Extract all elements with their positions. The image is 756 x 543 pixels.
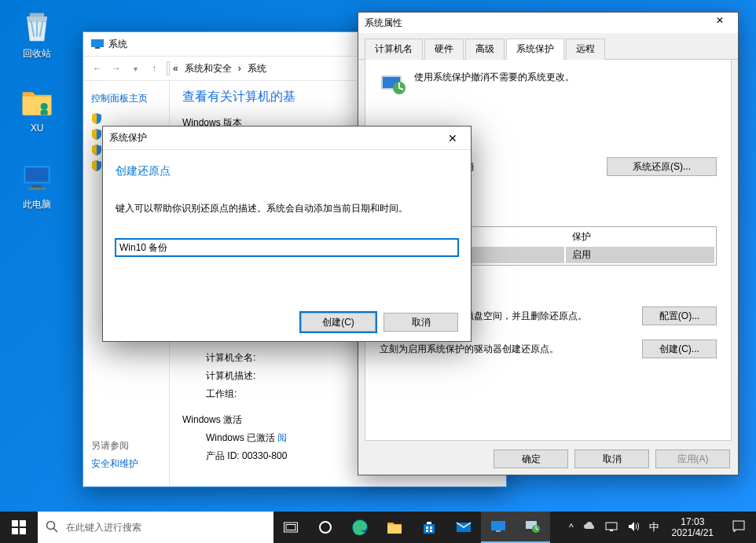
svg-point-1 (41, 103, 48, 110)
svg-rect-5 (33, 185, 42, 188)
svg-rect-27 (430, 530, 432, 532)
crumb-item[interactable]: 系统和安全 (185, 62, 232, 75)
crumb-sep: › (238, 63, 241, 74)
tab-remote[interactable]: 远程 (566, 39, 605, 60)
shield-icon (91, 113, 102, 124)
svg-rect-14 (12, 520, 18, 526)
start-button[interactable] (0, 512, 38, 543)
ime-indicator[interactable]: 中 (644, 520, 664, 534)
shield-icon (91, 160, 102, 171)
tab-computer-name[interactable]: 计算机名 (365, 39, 423, 60)
close-button[interactable]: ✕ (708, 15, 732, 31)
restore-point-description-input[interactable] (116, 239, 458, 256)
taskbar: 在此键入进行搜索 ^ 中 17:03 2021/4/21 (0, 512, 756, 543)
volume-icon[interactable] (622, 520, 644, 535)
create-hint: 立刻为启用系统保护的驱动器创建还原点。 (380, 343, 600, 356)
svg-rect-33 (606, 523, 617, 530)
mail-icon (456, 519, 472, 535)
dialog-title: 系统保护 (109, 131, 147, 145)
svg-rect-6 (28, 188, 46, 190)
dialog-message: 键入可以帮助你识别还原点的描述。系统会自动添加当前日期和时间。 (116, 202, 458, 215)
svg-rect-35 (733, 521, 744, 530)
dialog-heading: 创建还原点 (116, 164, 458, 178)
svg-rect-21 (286, 525, 295, 530)
close-button[interactable]: ✕ (441, 132, 464, 145)
cortana-icon (318, 520, 332, 534)
properties-footer: 确定 取消 应用(A) (494, 449, 730, 468)
svg-rect-25 (430, 526, 432, 529)
taskbar-search[interactable]: 在此键入进行搜索 (38, 512, 273, 543)
taskbar-app-system-properties[interactable] (516, 512, 550, 543)
computer-icon (91, 38, 104, 50)
sidebar-item[interactable] (91, 113, 161, 124)
svg-rect-30 (496, 530, 501, 532)
svg-line-19 (53, 528, 57, 532)
tab-advanced[interactable]: 高级 (465, 39, 505, 60)
see-also-section: 另请参阅 安全和维护 (91, 439, 138, 479)
svg-rect-15 (20, 520, 26, 526)
svg-rect-34 (610, 530, 613, 531)
taskbar-app-store[interactable] (412, 512, 446, 543)
cancel-button[interactable]: 取消 (574, 449, 649, 468)
activation-link[interactable]: 阅 (277, 432, 287, 443)
taskbar-app-mail[interactable] (446, 512, 481, 543)
clock-date: 2021/4/21 (672, 527, 714, 538)
svg-rect-2 (41, 110, 48, 115)
nav-forward-icon[interactable]: → (107, 63, 126, 74)
taskbar-app-control-panel[interactable] (481, 512, 516, 543)
crumb-item[interactable]: 系统 (248, 62, 266, 75)
taskbar-clock[interactable]: 17:03 2021/4/21 (664, 516, 721, 538)
taskbar-app-explorer[interactable] (377, 512, 412, 543)
nav-up-icon[interactable]: ↑ (145, 63, 163, 74)
search-icon (38, 520, 66, 535)
control-panel-home-link[interactable]: 控制面板主页 (91, 92, 161, 105)
svg-rect-16 (12, 528, 18, 534)
taskbar-apps (273, 512, 550, 543)
create-restore-point-button[interactable]: 创建(C)... (642, 339, 717, 358)
windows-icon (12, 520, 26, 534)
taskbar-app-edge[interactable] (343, 512, 377, 543)
svg-point-22 (320, 522, 331, 533)
breadcrumb[interactable]: « 系统和安全 › 系统 (170, 62, 270, 75)
edge-icon (351, 519, 369, 536)
ok-button[interactable]: 确定 (494, 449, 568, 468)
properties-titlebar[interactable]: 系统属性 ✕ (358, 13, 738, 33)
system-restore-button[interactable]: 系统还原(S)... (607, 157, 717, 176)
col-protection: 保护 (566, 229, 714, 245)
desktop-icon-label: 此电脑 (9, 198, 64, 211)
desktop-icon-this-pc[interactable]: 此电脑 (9, 160, 64, 211)
system-protection-icon (525, 519, 541, 534)
computer-icon (20, 160, 54, 195)
configure-button[interactable]: 配置(O)... (642, 306, 717, 325)
dialog-cancel-button[interactable]: 取消 (384, 313, 458, 332)
apply-button[interactable]: 应用(A) (655, 449, 730, 468)
svg-rect-0 (30, 13, 44, 17)
desktop-icon-user-folder[interactable]: XU (9, 85, 64, 134)
shield-icon (91, 145, 102, 156)
svg-rect-7 (91, 39, 104, 47)
window-title: 系统属性 (365, 17, 402, 30)
task-view-button[interactable] (273, 512, 308, 543)
tab-hardware[interactable]: 硬件 (424, 39, 464, 60)
properties-tabs: 计算机名 硬件 高级 系统保护 远程 (358, 33, 738, 60)
see-also-label: 另请参阅 (91, 440, 129, 451)
dialog-create-button[interactable]: 创建(C) (301, 313, 376, 332)
action-center-button[interactable] (721, 519, 756, 536)
cortana-button[interactable] (308, 512, 343, 543)
svg-rect-8 (95, 47, 100, 49)
search-placeholder: 在此键入进行搜索 (66, 521, 141, 534)
tab-system-protection[interactable]: 系统保护 (506, 39, 564, 60)
onedrive-icon[interactable] (578, 520, 600, 535)
dialog-titlebar[interactable]: 系统保护 ✕ (103, 127, 471, 150)
recycle-bin-icon (20, 9, 54, 44)
security-maintenance-link[interactable]: 安全和维护 (91, 457, 138, 471)
nav-history-icon[interactable]: ▾ (126, 64, 145, 73)
desktop-icon-label: 回收站 (9, 47, 64, 61)
nav-back-icon[interactable]: ← (88, 63, 107, 74)
svg-rect-26 (426, 530, 428, 532)
desktop-icon-recycle-bin[interactable]: 回收站 (9, 9, 64, 61)
network-icon[interactable] (600, 520, 622, 535)
folder-icon (387, 519, 402, 535)
tray-overflow-icon[interactable]: ^ (564, 522, 578, 533)
svg-rect-4 (25, 167, 48, 182)
